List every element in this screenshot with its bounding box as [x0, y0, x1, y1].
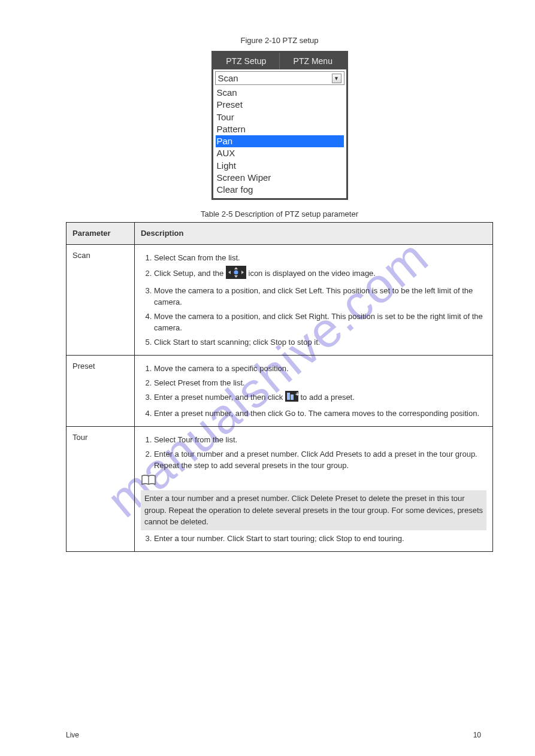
tour-step-3: Enter a tour number. Click Start to star…	[154, 533, 486, 545]
chevron-down-icon[interactable]: ▼	[332, 74, 341, 83]
scan-step-4: Move the camera to a position, and click…	[154, 311, 486, 334]
ptz-option-preset[interactable]: Preset	[216, 99, 344, 111]
param-scan: Scan	[67, 244, 135, 356]
preset-step-1: Move the camera to a specific position.	[154, 363, 486, 375]
note-book-icon	[141, 474, 156, 490]
ptz-setup-table: Parameter Description Scan Select Scan f…	[66, 222, 493, 552]
ptz-option-light[interactable]: Light	[216, 160, 344, 172]
footer-section: Live	[66, 731, 79, 739]
table-header-row: Parameter Description	[67, 223, 493, 245]
table-row-preset: Preset Move the camera to a specific pos…	[67, 356, 493, 427]
desc-scan: Select Scan from the list. Click Setup, …	[134, 244, 492, 356]
desc-preset: Move the camera to a specific position. …	[134, 356, 492, 427]
ptz-setup-panel: PTZ Setup PTZ Menu Scan ▼ Scan Preset To…	[211, 51, 348, 200]
svg-point-1	[234, 271, 238, 275]
scan-step-2: Click Setup, and the icon is	[154, 266, 486, 283]
tab-ptz-menu[interactable]: PTZ Menu	[280, 53, 346, 69]
scan-step-5: Click Start to start scanning; click Sto…	[154, 336, 486, 348]
scan-step-3: Move the camera to a position, and click…	[154, 285, 486, 308]
preset-step-3: Enter a preset number, and then click + …	[154, 391, 486, 405]
ptz-option-screen-wiper[interactable]: Screen Wiper	[216, 172, 344, 184]
ptz-option-list: Scan Preset Tour Pattern Pan AUX Light S…	[213, 87, 346, 198]
tab-ptz-setup[interactable]: PTZ Setup	[213, 53, 280, 69]
table-row-scan: Scan Select Scan from the list. Click Se…	[67, 244, 493, 356]
ptz-option-scan[interactable]: Scan	[216, 87, 344, 99]
table-caption: Table 2-5 Description of PTZ setup param…	[66, 210, 493, 218]
table-row-tour: Tour Select Tour from the list. Enter a …	[67, 427, 493, 552]
add-preset-icon: +	[285, 391, 298, 405]
ptz-option-tour[interactable]: Tour	[216, 111, 344, 123]
footer-page-number: 10	[473, 731, 481, 739]
ptz-tab-bar: PTZ Setup PTZ Menu	[213, 53, 346, 69]
preset-step-4: Enter a preset number, and then click Go…	[154, 408, 486, 420]
scan-step-1: Select Scan from the list.	[154, 252, 486, 264]
ptz-option-pan[interactable]: Pan	[216, 135, 344, 147]
param-preset: Preset	[67, 356, 135, 427]
tour-step-2: Enter a tour number and a preset number.…	[154, 448, 486, 472]
figure-caption: Figure 2-10 PTZ setup	[66, 36, 493, 45]
ptz-select-value: Scan	[218, 73, 238, 83]
tour-note: Enter a tour number and a preset number.…	[141, 490, 486, 530]
svg-rect-7	[287, 393, 290, 400]
preset-step-2: Select Preset from the list.	[154, 377, 486, 389]
header-description: Description	[134, 223, 492, 245]
desc-tour: Select Tour from the list. Enter a tour …	[134, 427, 492, 552]
svg-rect-8	[291, 394, 294, 400]
ptz-option-aux[interactable]: AUX	[216, 147, 344, 159]
param-tour: Tour	[67, 427, 135, 552]
direction-pad-icon	[226, 266, 246, 283]
header-parameter: Parameter	[67, 223, 135, 245]
tour-step-1: Select Tour from the list.	[154, 434, 486, 446]
ptz-option-clear-fog[interactable]: Clear fog	[216, 184, 344, 196]
svg-text:+: +	[295, 391, 298, 397]
ptz-function-select[interactable]: Scan ▼	[215, 71, 344, 85]
ptz-option-pattern[interactable]: Pattern	[216, 123, 344, 135]
page-footer: Live 10	[0, 731, 535, 739]
